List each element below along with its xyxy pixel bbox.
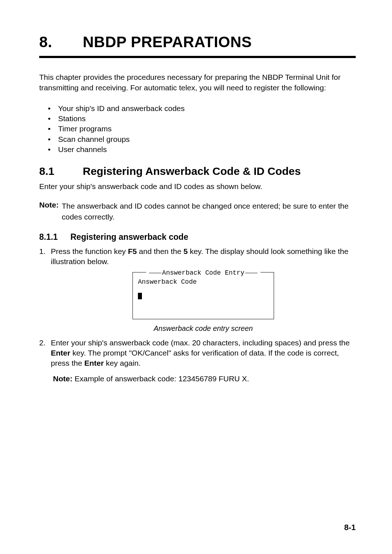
section-title-text: Registering Answerback Code & ID Codes xyxy=(83,165,301,177)
note-body: Example of answerback code: 123456789 FU… xyxy=(73,374,249,383)
note-body: The answerback and ID codes cannot be ch… xyxy=(62,201,356,222)
step1-pre: Press the function key xyxy=(51,247,128,255)
terminal-title-text: Answerback Code Entry xyxy=(162,269,245,276)
subsection-title: 8.1.1Registering answerback code xyxy=(39,232,356,242)
figure-caption: Answerback code entry screen xyxy=(154,324,253,333)
section-number: 8.1 xyxy=(39,165,83,177)
chapter-number: 8. xyxy=(39,33,83,51)
list-item: User channels xyxy=(49,144,356,155)
step1-mid: and then the xyxy=(137,247,183,255)
cursor-icon xyxy=(138,293,142,299)
subsection-number: 8.1.1 xyxy=(39,232,70,242)
step-1: Press the function key F5 and then the 5… xyxy=(39,246,356,333)
key-enter: Enter xyxy=(84,359,104,367)
step2-note: Note: Example of answerback code: 123456… xyxy=(51,374,356,384)
key-5: 5 xyxy=(183,247,188,255)
terminal-box: Answerback Code Entry Answerback Code xyxy=(132,272,274,319)
intro-paragraph: This chapter provides the procedures nec… xyxy=(39,72,356,93)
dash-icon xyxy=(149,273,162,273)
list-item: Your ship's ID and answerback codes xyxy=(49,103,356,114)
section-title: 8.1Registering Answerback Code & ID Code… xyxy=(39,165,356,177)
steps-list: Press the function key F5 and then the 5… xyxy=(39,246,356,384)
title-rule xyxy=(39,56,356,58)
key-enter: Enter xyxy=(51,349,70,357)
figure: Answerback Code Entry Answerback Code An… xyxy=(51,272,356,333)
terminal-title: Answerback Code Entry xyxy=(146,268,261,277)
key-f5: F5 xyxy=(128,247,137,255)
step-2: Enter your ship's answerback code (max. … xyxy=(39,338,356,384)
subsection-title-text: Registering answerback code xyxy=(70,232,188,242)
list-item: Stations xyxy=(49,114,356,124)
section-para: Enter your ship's answerback code and ID… xyxy=(39,181,356,192)
note-label: Note: xyxy=(39,201,59,209)
section-note: Note: The answerback and ID codes cannot… xyxy=(39,200,356,222)
page-number: 8-1 xyxy=(344,523,356,532)
note-label: Note: xyxy=(53,374,73,383)
chapter-title: 8.NBDP PREPARATIONS xyxy=(39,33,356,51)
list-item: Scan channel groups xyxy=(49,134,356,144)
step2-p1: Enter your ship's answerback code (max. … xyxy=(51,338,350,347)
dash-icon xyxy=(245,273,257,273)
step2-p3: key again. xyxy=(104,359,141,367)
terminal-line: Answerback Code xyxy=(138,278,269,286)
register-list: Your ship's ID and answerback codes Stat… xyxy=(49,103,356,155)
list-item: Timer programs xyxy=(49,124,356,134)
chapter-title-text: NBDP PREPARATIONS xyxy=(83,33,252,50)
